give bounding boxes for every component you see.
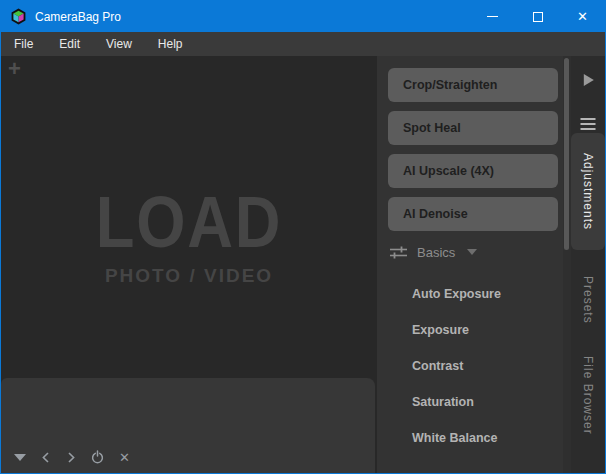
scrollbar-thumb[interactable] (564, 58, 569, 250)
maximize-button[interactable] (515, 1, 560, 32)
minimize-icon (487, 16, 498, 17)
menu-edit[interactable]: Edit (46, 37, 93, 51)
ai-denoise-button[interactable]: AI Denoise (388, 197, 558, 231)
power-icon[interactable] (91, 450, 104, 464)
close-button[interactable]: ✕ (560, 1, 605, 32)
adjustment-auto-exposure[interactable]: Auto Exposure (377, 276, 571, 312)
add-icon[interactable]: + (8, 56, 21, 82)
basics-group-label: Basics (417, 245, 455, 260)
menu-bar: File Edit View Help (1, 32, 605, 56)
adjustment-exposure[interactable]: Exposure (377, 312, 571, 348)
app-logo-icon (10, 8, 27, 25)
window-controls: ✕ (470, 1, 605, 32)
collapse-panel-icon[interactable] (584, 74, 594, 86)
camerabag-window: CameraBag Pro ✕ File Edit View Help + LO… (0, 0, 606, 474)
main-content: + LOAD PHOTO / VIDEO (1, 56, 605, 473)
minimize-button[interactable] (470, 1, 515, 32)
window-title: CameraBag Pro (35, 10, 121, 24)
load-prompt[interactable]: LOAD PHOTO / VIDEO (1, 186, 377, 287)
load-title: LOAD (24, 186, 355, 258)
menu-help[interactable]: Help (145, 37, 196, 51)
menu-view[interactable]: View (93, 37, 145, 51)
spot-heal-button[interactable]: Spot Heal (388, 111, 558, 145)
filmstrip-panel[interactable]: ✕ (1, 378, 375, 473)
chevron-down-icon[interactable] (467, 249, 477, 255)
sliders-icon (390, 246, 407, 259)
titlebar[interactable]: CameraBag Pro ✕ (1, 1, 605, 32)
tab-file-browser[interactable]: File Browser (571, 345, 605, 445)
canvas-area[interactable]: + LOAD PHOTO / VIDEO (1, 56, 377, 473)
adjustment-white-balance[interactable]: White Balance (377, 420, 571, 456)
expand-filmstrip-icon[interactable] (14, 454, 26, 461)
side-tab-rail: Adjustments Presets File Browser (571, 56, 605, 473)
remove-icon[interactable]: ✕ (119, 451, 130, 464)
panel-scrollbar[interactable] (563, 56, 571, 473)
load-subtitle: PHOTO / VIDEO (1, 265, 377, 287)
hamburger-menu-icon[interactable] (581, 118, 596, 133)
adjustments-panel: Crop/Straighten Spot Heal AI Upscale (4X… (377, 56, 571, 473)
previous-icon[interactable] (41, 452, 51, 463)
ai-upscale-button[interactable]: AI Upscale (4X) (388, 154, 558, 188)
basics-group-header[interactable]: Basics (390, 244, 571, 260)
crop-straighten-button[interactable]: Crop/Straighten (388, 68, 558, 102)
maximize-icon (533, 12, 543, 22)
filmstrip-toolbar: ✕ (14, 450, 130, 464)
tab-adjustments[interactable]: Adjustments (571, 133, 605, 250)
adjustments-list: Auto Exposure Exposure Contrast Saturati… (377, 276, 571, 456)
tab-presets[interactable]: Presets (571, 268, 605, 332)
next-icon[interactable] (66, 452, 76, 463)
adjustment-contrast[interactable]: Contrast (377, 348, 571, 384)
adjustment-saturation[interactable]: Saturation (377, 384, 571, 420)
close-icon: ✕ (577, 10, 588, 23)
menu-file[interactable]: File (1, 37, 46, 51)
